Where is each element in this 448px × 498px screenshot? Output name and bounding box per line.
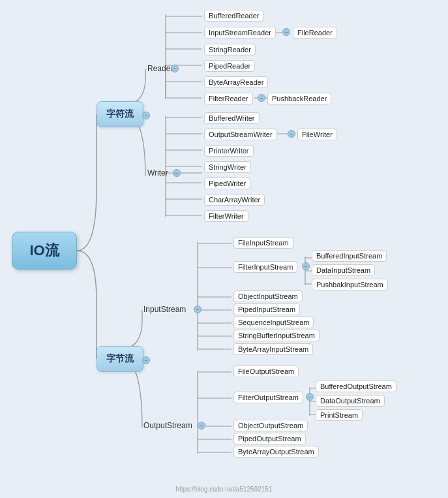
collapse-filteroutputstream[interactable]: − — [306, 393, 314, 401]
leaf-bufferedreader: BufferedReader — [204, 10, 263, 22]
leaf-stringreader: StringReader — [204, 44, 256, 55]
collapse-writer[interactable]: − — [173, 169, 181, 177]
leaf-filteroutputstream: FilterOutputStream — [233, 392, 303, 403]
collapse-filterinputstream[interactable]: − — [302, 262, 310, 270]
leaf-filterinputstream: FilterInputStream — [233, 261, 297, 273]
leaf-printerwriter: PrinterWriter — [204, 145, 254, 157]
leaf-pushbakinputstream: PushbakInputStream — [312, 279, 388, 290]
sub-inputstream: InputStream — [143, 305, 186, 314]
leaf-stringbufferinputstream: StringBufferInputStream — [233, 330, 320, 341]
leaf-fileoutputstream: FileOutputStream — [233, 366, 299, 377]
leaf-bytearrayinputstream: ByteArrayInputStream — [233, 343, 313, 355]
collapse-inputstream[interactable]: − — [194, 305, 202, 313]
leaf-filereader: FileReader — [293, 27, 337, 39]
leaf-filterreader: FilterReader — [204, 93, 253, 104]
leaf-filewriter: FileWriter — [297, 129, 337, 140]
leaf-inputstreamreader: InputStreamReader — [204, 27, 276, 39]
leaf-chararraywriter: CharArrayWriter — [204, 194, 265, 206]
leaf-filterwriter: FilterWriter — [204, 210, 248, 222]
collapse-outputstreamwriter[interactable]: − — [288, 130, 295, 138]
leaf-bufferedwriter: BufferedWriter — [204, 112, 260, 124]
sub-writer-label: Writer — [147, 168, 168, 178]
watermark: https://blog.csdn.net/a512592151 — [176, 486, 273, 493]
sub-reader-label: Reader — [147, 64, 173, 73]
leaf-pipedreader: PipedReader — [204, 60, 255, 72]
sub-inputstream-label: InputStream — [143, 305, 186, 314]
collapse-inputstreamreader[interactable]: − — [282, 28, 290, 36]
leaf-objectinputstream: ObjectInputStream — [233, 290, 303, 302]
leaf-pipedwriter: PipedWriter — [204, 178, 250, 189]
collapse-char[interactable]: − — [142, 112, 150, 119]
leaf-datainputstream: DataInputStream — [312, 264, 375, 276]
collapse-outputstream[interactable]: − — [198, 422, 205, 429]
collapse-filterreader[interactable]: − — [258, 94, 265, 102]
leaf-printstream: PrintStream — [316, 409, 363, 421]
leaf-fileinputstream: FileInputStream — [233, 237, 293, 249]
collapse-byte[interactable]: − — [142, 356, 150, 364]
leaf-sequenceinputstream: SequenceInputStream — [233, 317, 314, 328]
root-node: IO流 — [12, 232, 77, 270]
cat-node-char: 字符流 — [97, 101, 143, 127]
leaf-stringwriter: StringWriter — [204, 161, 251, 173]
collapse-reader[interactable]: − — [171, 65, 179, 72]
leaf-objectoutputstream: ObjectOutputStream — [233, 420, 308, 431]
leaf-pushbackreader: PushbackReader — [267, 93, 331, 104]
root-label: IO流 — [29, 241, 59, 260]
leaf-pipedoutputstream: PipedOutputStream — [233, 433, 306, 444]
cat-node-byte: 字节流 — [97, 346, 143, 372]
cat-label-char: 字符流 — [106, 108, 134, 120]
leaf-dataoutputstream: DataOutputStream — [316, 395, 385, 407]
leaf-outputstreamwriter: OutputStreamWriter — [204, 129, 277, 140]
leaf-bytearrayoutputstream: ByteArrayOutputStream — [233, 446, 319, 458]
leaf-bufferedoutputstream: BufferedOutputStream — [316, 381, 396, 392]
sub-writer: Writer — [147, 168, 168, 178]
sub-outputstream: OutputStream — [143, 421, 192, 430]
sub-outputstream-label: OutputStream — [143, 421, 192, 430]
leaf-bytearrayreader: ByteArrayReader — [204, 76, 268, 88]
leaf-pipedinputstream: PipedInputStream — [233, 303, 300, 315]
cat-label-byte: 字节流 — [106, 353, 134, 365]
leaf-bufferedinputstream: BufferedInputStream — [312, 250, 387, 262]
sub-reader: Reader — [147, 64, 173, 73]
